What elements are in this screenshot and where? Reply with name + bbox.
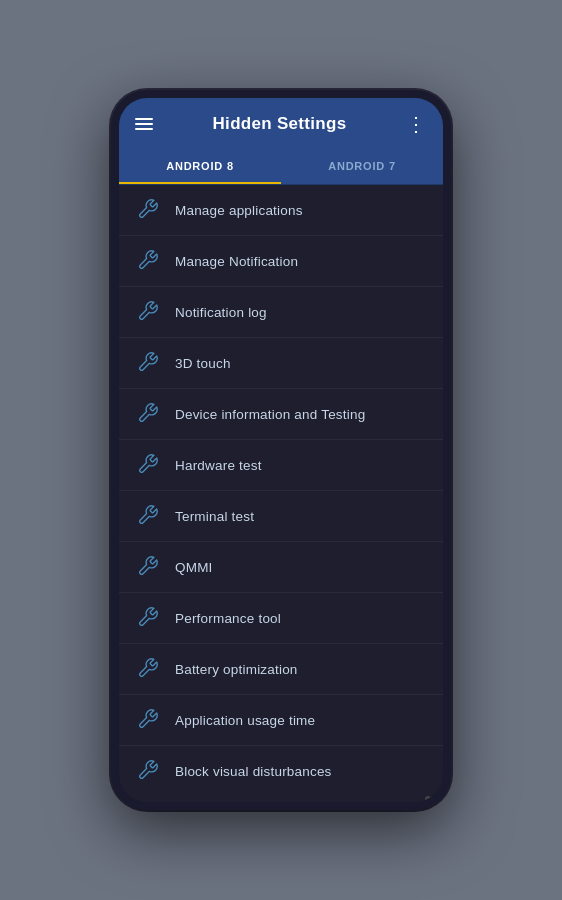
tab-android8[interactable]: ANDROID 8 <box>119 150 281 184</box>
menu-item-label: Terminal test <box>175 509 254 524</box>
menu-item-label: 3D touch <box>175 356 231 371</box>
phone-device: Hidden Settings ⋮ ANDROID 8 ANDROID 7 Ma… <box>111 90 451 810</box>
tool-icon <box>137 402 161 426</box>
menu-item[interactable]: Battery optimization <box>119 644 443 695</box>
menu-list: Manage applicationsManage NotificationNo… <box>119 185 443 796</box>
more-vertical-icon[interactable]: ⋮ <box>406 112 427 136</box>
tool-icon <box>137 351 161 375</box>
tool-icon <box>137 300 161 324</box>
app-title: Hidden Settings <box>213 114 347 134</box>
menu-item[interactable]: Manage applications <box>119 185 443 236</box>
menu-item[interactable]: Performance tool <box>119 593 443 644</box>
tool-icon <box>137 555 161 579</box>
menu-item-label: Manage Notification <box>175 254 298 269</box>
bottom-dot <box>425 796 431 802</box>
menu-item-label: Manage applications <box>175 203 303 218</box>
tool-icon <box>137 198 161 222</box>
phone-screen: Hidden Settings ⋮ ANDROID 8 ANDROID 7 Ma… <box>119 98 443 802</box>
menu-item-label: Battery optimization <box>175 662 298 677</box>
menu-item[interactable]: Application usage time <box>119 695 443 746</box>
menu-item[interactable]: 3D touch <box>119 338 443 389</box>
tool-icon <box>137 504 161 528</box>
menu-item-label: Device information and Testing <box>175 407 365 422</box>
tool-icon <box>137 249 161 273</box>
tab-android7[interactable]: ANDROID 7 <box>281 150 443 184</box>
menu-item[interactable]: Device information and Testing <box>119 389 443 440</box>
menu-item-label: Hardware test <box>175 458 262 473</box>
menu-item[interactable]: Notification log <box>119 287 443 338</box>
tool-icon <box>137 453 161 477</box>
menu-item-label: Notification log <box>175 305 267 320</box>
app-header: Hidden Settings ⋮ <box>119 98 443 150</box>
menu-item[interactable]: Manage Notification <box>119 236 443 287</box>
menu-item-label: QMMI <box>175 560 213 575</box>
menu-item-label: Block visual disturbances <box>175 764 332 779</box>
tool-icon <box>137 708 161 732</box>
menu-item[interactable]: Hardware test <box>119 440 443 491</box>
hamburger-menu-icon[interactable] <box>135 118 153 130</box>
tab-bar: ANDROID 8 ANDROID 7 <box>119 150 443 185</box>
tool-icon <box>137 606 161 630</box>
menu-item-label: Application usage time <box>175 713 315 728</box>
menu-item[interactable]: Block visual disturbances <box>119 746 443 796</box>
bottom-indicator <box>119 796 443 802</box>
tool-icon <box>137 759 161 783</box>
menu-item[interactable]: Terminal test <box>119 491 443 542</box>
tool-icon <box>137 657 161 681</box>
menu-item[interactable]: QMMI <box>119 542 443 593</box>
menu-item-label: Performance tool <box>175 611 281 626</box>
